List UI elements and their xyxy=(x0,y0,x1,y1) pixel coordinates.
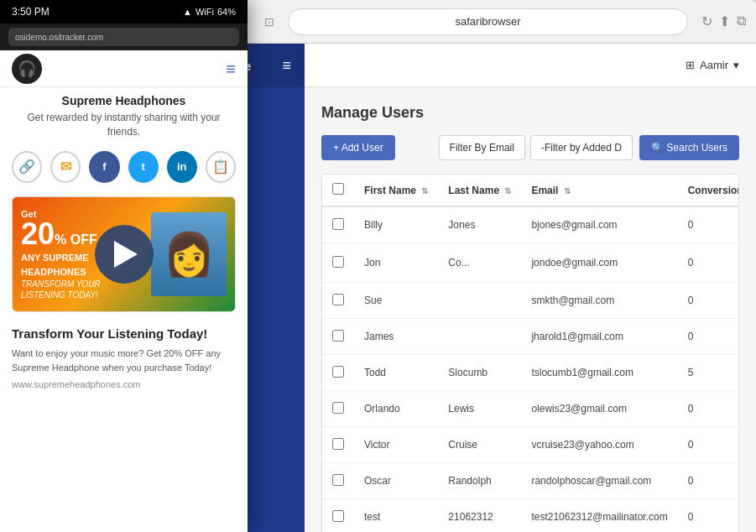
filter-group: Filter By Email -Filter by Added D xyxy=(439,135,633,160)
battery-level: 64% xyxy=(217,7,236,17)
new-tab-icon[interactable]: ⧉ xyxy=(737,13,746,29)
share-twitter-btn[interactable]: t xyxy=(128,151,159,183)
phone-browser-bar: osidemo.ositracker.com xyxy=(0,23,248,50)
table-row: Orlando Lewis olewis23@gmail.com 0 Activ… xyxy=(322,391,739,427)
share-facebook-btn[interactable]: f xyxy=(89,151,119,183)
table-row: Todd Slocumb tslocumb1@gmail.com 5 Activ… xyxy=(322,355,739,391)
row-email: smkth@gmail.com xyxy=(521,283,677,319)
row-first-name: Orlando xyxy=(354,391,438,427)
row-last-name: Lewis xyxy=(438,391,521,427)
share-icon[interactable]: ⬆ xyxy=(719,13,730,29)
row-checkbox[interactable] xyxy=(332,256,344,268)
phone-brand-name: Supreme Headphones xyxy=(12,94,236,107)
user-grid-icon: ⊞ xyxy=(686,59,695,71)
user-menu[interactable]: ⊞ Aamir ▾ xyxy=(686,59,739,71)
row-first-name: Oscar xyxy=(354,463,438,499)
row-email: randolphoscar@gmail.com xyxy=(521,463,677,499)
ad-tagline-line2: LISTENING TODAY! xyxy=(21,290,144,300)
table-header: First Name ⇅ Last Name ⇅ Email ⇅ Convers… xyxy=(322,175,739,206)
phone-topbar: 🎧 ≡ xyxy=(0,50,248,87)
filter-email-button[interactable]: Filter By Email xyxy=(439,135,525,160)
user-chevron-icon: ▾ xyxy=(733,59,739,71)
row-last-name: Cruise xyxy=(438,427,521,463)
row-checkbox-cell xyxy=(322,283,354,319)
browser-actions: ↻ ⬆ ⧉ xyxy=(701,13,746,29)
manage-users-page: Manage Users + Add User Filter By Email … xyxy=(305,87,756,532)
phone-url-bar[interactable]: osidemo.ositracker.com xyxy=(8,28,239,46)
row-checkbox[interactable] xyxy=(332,510,344,522)
select-all-checkbox[interactable] xyxy=(332,183,344,195)
phone-time: 3:50 PM xyxy=(12,6,50,18)
play-button[interactable] xyxy=(95,225,154,284)
signal-icon: ▲ xyxy=(183,7,192,17)
toolbar-left: + Add User xyxy=(321,135,395,160)
row-last-name: Co... xyxy=(438,243,521,283)
row-checkbox-cell xyxy=(322,463,354,499)
row-checkbox[interactable] xyxy=(332,438,344,450)
ad-percent: 20 xyxy=(21,219,55,249)
phone-web-content: 🎧 ≡ Supreme Headphones Get rewarded by i… xyxy=(0,50,248,532)
row-conversions: 0 xyxy=(678,319,739,355)
phone-share-buttons: 🔗 ✉ f t in 📋 xyxy=(0,143,248,191)
row-conversions: 0 xyxy=(678,283,739,319)
status-icons: ▲ WiFi 64% xyxy=(183,7,236,17)
table-row: test 21062312 test21062312@mailinator.co… xyxy=(322,499,739,533)
phone-menu-icon[interactable]: ≡ xyxy=(226,60,236,77)
row-checkbox[interactable] xyxy=(332,218,344,230)
browser-url-text: safaribrowser xyxy=(455,15,520,28)
table-body: Billy Jones bjones@gmail.com 0 Active ✏ … xyxy=(322,206,739,532)
row-first-name: James xyxy=(354,319,438,355)
search-users-button[interactable]: 🔍 Search Users xyxy=(639,135,739,160)
phone-article: Transform Your Listening Today! Want to … xyxy=(0,317,248,399)
row-last-name xyxy=(438,283,521,319)
toolbar: + Add User Filter By Email -Filter by Ad… xyxy=(321,135,739,160)
sort-last-name-icon[interactable]: ⇅ xyxy=(504,186,511,196)
table-row: Billy Jones bjones@gmail.com 0 Active ✏ … xyxy=(322,206,739,243)
refresh-icon[interactable]: ↻ xyxy=(701,13,712,29)
sort-first-name-icon[interactable]: ⇅ xyxy=(421,186,428,196)
sidebar-hamburger-icon[interactable]: ≡ xyxy=(282,57,291,75)
row-checkbox-cell xyxy=(322,427,354,463)
table-row: Victor Cruise vcruise23@yahoo.com 0 Acti… xyxy=(322,427,739,463)
page-title: Manage Users xyxy=(321,104,739,122)
phone-status-bar: 3:50 PM ▲ WiFi 64% xyxy=(0,0,248,23)
table-row: Jon Co... jondoe@gmail.com 0 Approve Now… xyxy=(322,243,739,283)
filter-added-button[interactable]: -Filter by Added D xyxy=(530,135,633,160)
share-link-btn[interactable]: 🔗 xyxy=(12,151,42,183)
ad-off: % OFF xyxy=(55,232,97,248)
row-last-name: Randolph xyxy=(438,463,521,499)
row-last-name: 21062312 xyxy=(438,499,521,533)
row-conversions: 0 xyxy=(678,427,739,463)
row-checkbox[interactable] xyxy=(332,330,344,342)
row-last-name: Slocumb xyxy=(438,355,521,391)
phone-overlay: 3:50 PM ▲ WiFi 64% osidemo.ositracker.co… xyxy=(0,0,248,532)
row-email: jharold1@gmail.com xyxy=(521,319,677,355)
row-checkbox[interactable] xyxy=(332,366,344,378)
phone-tagline: Get rewarded by instantly sharing with y… xyxy=(12,111,236,139)
users-table-container: First Name ⇅ Last Name ⇅ Email ⇅ Convers… xyxy=(321,174,739,532)
article-link[interactable]: www.supremeheadphones.com xyxy=(12,379,236,389)
phone-logo-circle: 🎧 xyxy=(12,54,42,84)
col-email: Email ⇅ xyxy=(521,175,677,206)
share-gdocs-btn[interactable]: 📋 xyxy=(206,151,236,183)
share-email-btn[interactable]: ✉ xyxy=(50,151,81,183)
users-table: First Name ⇅ Last Name ⇅ Email ⇅ Convers… xyxy=(322,175,739,532)
row-conversions: 0 xyxy=(678,499,739,533)
browser-address-bar[interactable]: safaribrowser xyxy=(288,8,688,35)
col-first-name: First Name ⇅ xyxy=(354,175,438,206)
phone-logo-area: 🎧 xyxy=(12,54,42,84)
share-linkedin-btn[interactable]: in xyxy=(167,151,197,183)
sort-email-icon[interactable]: ⇅ xyxy=(564,186,571,196)
row-first-name: Victor xyxy=(354,427,438,463)
col-checkbox xyxy=(322,175,354,206)
row-first-name: Billy xyxy=(354,206,438,243)
row-last-name: Jones xyxy=(438,206,521,243)
table-row: Oscar Randolph randolphoscar@gmail.com 0… xyxy=(322,463,739,499)
row-checkbox[interactable] xyxy=(332,474,344,486)
headphone-icon: 🎧 xyxy=(18,60,36,78)
row-last-name xyxy=(438,319,521,355)
row-checkbox-cell xyxy=(322,243,354,283)
add-user-button[interactable]: + Add User xyxy=(321,135,395,160)
row-checkbox[interactable] xyxy=(332,402,344,414)
row-checkbox[interactable] xyxy=(332,294,344,305)
